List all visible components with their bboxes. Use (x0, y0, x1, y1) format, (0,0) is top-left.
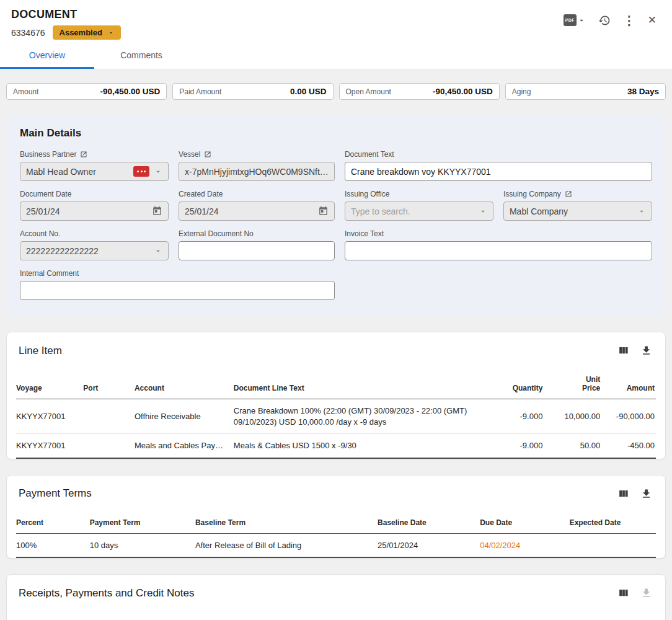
summary-label: Aging (512, 87, 531, 96)
col-expected-date: Expected Date (570, 508, 656, 534)
col-document-no: Document No (115, 608, 259, 620)
col-unit-price: Unit Price (544, 365, 601, 399)
status-badge-label: Assembled (60, 28, 102, 37)
vessel-value: x-7pMnHjyjimtxgHOq6WC0M9SNft… (185, 167, 329, 177)
cell-due-date: 04/02/2024 (480, 533, 569, 557)
cell-account: Offhire Receivable (135, 399, 234, 434)
summary-row: Amount -90,450.00 USD Paid Amount 0.00 U… (6, 83, 666, 100)
receipts-section: Receipts, Payments and Credit Notes (6, 574, 666, 620)
invoice-text-input[interactable] (345, 241, 652, 260)
external-link-icon[interactable] (565, 190, 572, 198)
download-button[interactable] (639, 343, 653, 358)
tab-comments-label: Comments (120, 50, 162, 60)
field-label: Document Text (345, 150, 394, 159)
field-label: Issuing Office (345, 190, 389, 198)
cell-document-line-text: Meals & Cables USD 1500 x -9/30 (234, 434, 490, 458)
internal-comment-input[interactable] (20, 281, 335, 300)
col-document-line-text: Document Line Text (234, 365, 490, 399)
summary-value: 38 Days (627, 87, 659, 96)
tab-comments[interactable]: Comments (94, 42, 188, 69)
chevron-down-icon (154, 247, 162, 255)
main-details-title: Main Details (20, 127, 652, 140)
cell-payment-term: 10 days (90, 533, 195, 557)
cell-port (83, 399, 135, 434)
download-icon (640, 345, 652, 356)
summary-label: Open Amount (346, 87, 391, 96)
field-document-date: Document Date 25/01/24 (20, 190, 169, 221)
columns-icon (617, 488, 629, 500)
field-issuing-office: Issuing Office Type to search. (345, 190, 493, 221)
header-actions: PDF ⋮ ✕ (560, 11, 660, 30)
created-date-value: 25/01/24 (185, 206, 314, 216)
line-item-row: KKYYX77001 Meals and Cables Pay… Meals &… (16, 434, 656, 458)
account-no-select: 222222222222222 (20, 241, 169, 260)
col-baseline-date: Baseline Date (378, 508, 480, 534)
line-item-section: Line Item Voyage Port Account (6, 332, 666, 459)
field-label: Document Date (20, 190, 71, 198)
payment-terms-table: Percent Payment Term Baseline Term Basel… (16, 508, 656, 559)
close-button[interactable]: ✕ (645, 11, 660, 30)
cell-voyage: KKYYX77001 (16, 399, 83, 434)
payment-terms-header-row: Percent Payment Term Baseline Term Basel… (16, 508, 656, 534)
cell-percent: 100% (16, 533, 90, 557)
field-label: Account No. (20, 229, 60, 238)
line-item-row: KKYYX77001 Offhire Receivable Crane Brea… (16, 399, 656, 434)
col-port: Port (83, 365, 135, 399)
columns-button[interactable] (616, 586, 630, 600)
cell-expected-date (570, 533, 656, 557)
payment-terms-title: Payment Terms (19, 487, 92, 500)
pdf-icon: PDF (564, 14, 577, 26)
chevron-down-icon (479, 207, 487, 216)
summary-card-aging: Aging 38 Days (505, 83, 666, 100)
field-label: Business Partner (20, 150, 76, 159)
cell-amount: -450.00 (601, 434, 656, 458)
document-text-input[interactable] (345, 162, 652, 181)
summary-label: Paid Amount (179, 87, 221, 96)
download-button-disabled (639, 586, 653, 600)
more-menu-button[interactable]: ⋮ (620, 11, 639, 30)
payment-terms-section: Payment Terms Percent Payment Term Basel (6, 475, 666, 559)
external-document-no-input[interactable] (179, 241, 335, 260)
line-item-title: Line Item (19, 345, 62, 357)
partner-indicator-icon (133, 166, 149, 177)
calendar-icon (152, 206, 162, 216)
document-date-field: 25/01/24 (20, 202, 169, 221)
status-badge[interactable]: Assembled (53, 25, 121, 40)
field-label: Issuing Company (503, 190, 561, 198)
columns-button[interactable] (616, 487, 630, 501)
field-invoice-text: Invoice Text (345, 229, 652, 260)
issuing-office-placeholder: Type to search. (351, 206, 474, 216)
col-account: Account (135, 365, 234, 399)
receipts-header-row: Document No Document Date Document Type … (16, 608, 656, 620)
download-button[interactable] (639, 487, 653, 501)
columns-button[interactable] (616, 343, 630, 358)
field-internal-comment: Internal Comment (20, 269, 335, 300)
pdf-download-button[interactable]: PDF (560, 11, 589, 29)
chevron-down-icon (637, 207, 646, 216)
external-link-icon[interactable] (80, 151, 87, 158)
field-label: Created Date (179, 190, 223, 198)
field-account-no: Account No. 222222222222222 (20, 229, 169, 260)
cell-quantity: -9.000 (490, 434, 544, 458)
issuing-company-select: Mabl Company (503, 202, 652, 221)
issuing-company-value: Mabl Company (510, 206, 633, 216)
tab-overview[interactable]: Overview (0, 42, 94, 69)
business-partner-select: Mabl Head Owner (20, 162, 169, 181)
vessel-field: x-7pMnHjyjimtxgHOq6WC0M9SNft… (179, 162, 335, 181)
chevron-down-icon (577, 16, 586, 25)
field-business-partner: Business Partner Mabl Head Owner (20, 150, 169, 181)
external-link-icon[interactable] (204, 151, 211, 158)
download-icon (640, 488, 652, 500)
field-created-date: Created Date 25/01/24 (179, 190, 335, 221)
col-voyage: Voyage (16, 365, 83, 399)
cell-baseline-date: 25/01/2024 (378, 533, 480, 557)
close-icon: ✕ (648, 14, 657, 27)
document-content: Amount -90,450.00 USD Paid Amount 0.00 U… (0, 69, 672, 620)
chevron-down-icon (154, 167, 162, 176)
col-amount: Amount (601, 365, 656, 399)
tab-overview-label: Overview (29, 50, 65, 60)
receipts-title: Receipts, Payments and Credit Notes (19, 587, 194, 600)
history-button[interactable] (595, 11, 614, 30)
calendar-icon (318, 206, 329, 216)
field-issuing-company: Issuing Company Mabl Company (503, 190, 652, 221)
